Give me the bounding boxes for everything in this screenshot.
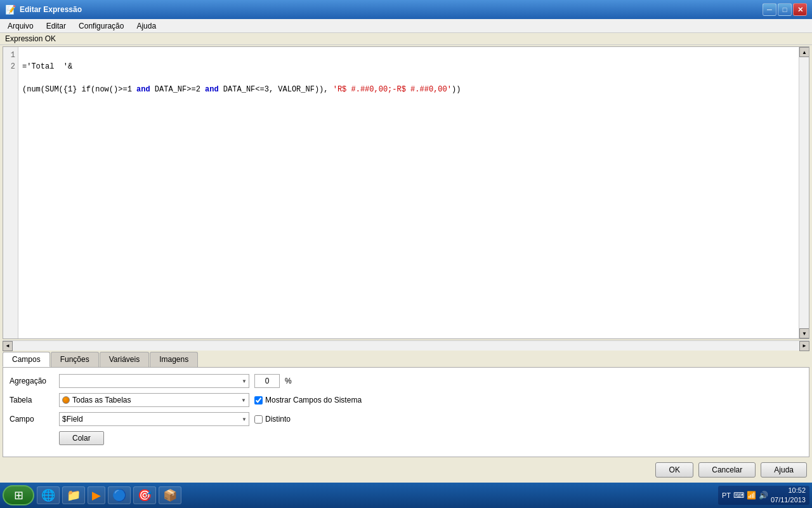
tab-imagens[interactable]: Imagens: [150, 352, 198, 367]
taskbar-ie[interactable]: 🌐: [37, 486, 60, 504]
tabela-radio-dot: [62, 396, 70, 404]
distinto-text: Distinto: [265, 415, 291, 424]
network-icon: 📶: [747, 491, 756, 500]
scroll-up-arrow[interactable]: ▲: [799, 47, 809, 57]
sys-tray: PT ⌨ 📶 🔊 10:52 07/11/2013: [718, 486, 809, 505]
scroll-down-arrow[interactable]: ▼: [799, 328, 809, 338]
title-bar: 📝 Editar Expressão ─ □ ✕: [0, 0, 812, 19]
taskbar-left: ⊞ 🌐 📁 ▶ 🔵 🎯 📦: [3, 485, 181, 505]
percent-input[interactable]: [254, 374, 280, 388]
cancelar-button[interactable]: Cancelar: [698, 462, 756, 478]
window-title: Editar Expressão: [20, 5, 82, 14]
volume-icon: 🔊: [759, 491, 768, 500]
tab-content-campos: Agregação % Tabela Todas as Tabelas ▼: [3, 367, 809, 457]
distinto-label[interactable]: Distinto: [254, 415, 291, 424]
line-num-1: 1: [6, 50, 15, 61]
tabela-row: Tabela Todas as Tabelas ▼ Mostrar Campos…: [10, 393, 802, 407]
scroll-track: [799, 57, 809, 328]
clock-date: 07/11/2013: [771, 495, 806, 505]
status-bar: Expression OK: [0, 33, 812, 45]
windows-logo: ⊞: [14, 488, 23, 502]
agregacao-label: Agregação: [10, 377, 54, 385]
tab-campos[interactable]: Campos: [3, 352, 50, 367]
lang-indicator: PT: [722, 491, 731, 499]
taskbar-right: PT ⌨ 📶 🔊 10:52 07/11/2013: [718, 486, 809, 505]
taskbar-explorer[interactable]: 📁: [62, 486, 85, 504]
colar-row: Colar: [59, 431, 802, 445]
distinto-checkbox[interactable]: [254, 415, 263, 424]
horizontal-scrollbar[interactable]: ◄ ►: [3, 340, 809, 351]
chrome-icon: 🔵: [112, 488, 126, 502]
explorer-icon: 📁: [67, 488, 81, 502]
title-bar-controls: ─ □ ✕: [763, 3, 807, 16]
clock: 10:52 07/11/2013: [771, 486, 806, 505]
mostrar-campos-checkbox[interactable]: [254, 396, 263, 404]
media-icon: ▶: [92, 488, 101, 502]
target-icon: 🎯: [138, 488, 152, 502]
tabs-section: Campos Funções Variáveis Imagens Agregaç…: [3, 352, 809, 457]
editor-scrollbar[interactable]: ▲ ▼: [799, 47, 809, 338]
expression-status: Expression OK: [5, 34, 56, 43]
app6-icon: 📦: [163, 488, 177, 502]
ajuda-button[interactable]: Ajuda: [761, 462, 807, 478]
taskbar-chrome[interactable]: 🔵: [108, 486, 131, 504]
menu-bar: Arquivo Editar Configuração Ajuda: [0, 19, 812, 33]
line-num-2: 2: [6, 61, 15, 72]
menu-configuracao[interactable]: Configuração: [74, 20, 129, 32]
tab-funcoes[interactable]: Funções: [51, 352, 99, 367]
close-button[interactable]: ✕: [793, 3, 807, 16]
code-editor[interactable]: ='Total '& (num(SUM({1} if(now()>=1 and …: [18, 47, 799, 338]
tabela-label: Tabela: [10, 396, 54, 404]
editor-area[interactable]: 1 2 ='Total '& (num(SUM({1} if(now()>=1 …: [3, 46, 809, 339]
tabela-value-text: Todas as Tabelas: [72, 396, 241, 404]
maximize-button[interactable]: □: [778, 3, 792, 16]
start-button[interactable]: ⊞: [3, 485, 34, 505]
menu-editar[interactable]: Editar: [41, 20, 71, 32]
scroll-left-arrow[interactable]: ◄: [3, 341, 13, 351]
agregacao-select-wrapper: [59, 374, 249, 388]
taskbar-app6[interactable]: 📦: [159, 486, 181, 504]
ie-icon: 🌐: [41, 488, 55, 502]
minimize-button[interactable]: ─: [763, 3, 776, 16]
mostrar-campos-text: Mostrar Campos do Sistema: [265, 396, 362, 404]
colar-button[interactable]: Colar: [59, 431, 104, 445]
agregacao-row: Agregação %: [10, 374, 802, 388]
taskbar-media[interactable]: ▶: [88, 486, 105, 504]
menu-arquivo[interactable]: Arquivo: [3, 20, 39, 32]
code-line-1: ='Total '&: [22, 61, 795, 72]
keyboard-icon: ⌨: [733, 491, 744, 500]
tabela-select-container[interactable]: Todas as Tabelas ▼: [59, 393, 249, 407]
campo-select[interactable]: $Field: [59, 412, 249, 426]
campo-label: Campo: [10, 415, 54, 424]
code-line-2: (num(SUM({1} if(now()>=1 and DATA_NF>=2 …: [22, 84, 795, 95]
title-bar-left: 📝 Editar Expressão: [5, 4, 82, 15]
app-icon: 📝: [5, 4, 16, 15]
taskbar: ⊞ 🌐 📁 ▶ 🔵 🎯 📦 PT ⌨ 📶 🔊 10:52: [0, 483, 812, 508]
tab-variaveis[interactable]: Variáveis: [100, 352, 149, 367]
bottom-buttons: OK Cancelar Ajuda: [0, 457, 812, 483]
tab-bar: Campos Funções Variáveis Imagens: [3, 352, 809, 367]
ok-button[interactable]: OK: [655, 462, 693, 478]
mostrar-campos-label[interactable]: Mostrar Campos do Sistema: [254, 396, 362, 404]
clock-time: 10:52: [771, 486, 806, 495]
percent-suffix: %: [285, 377, 292, 385]
taskbar-target[interactable]: 🎯: [133, 486, 156, 504]
agregacao-select[interactable]: [59, 374, 249, 388]
line-numbers: 1 2: [3, 47, 18, 338]
main-window: Expression OK 1 2 ='Total '& (num(SUM({1…: [0, 33, 812, 483]
tabela-dropdown-arrow: ▼: [241, 398, 246, 403]
campo-select-wrapper: $Field: [59, 412, 249, 426]
scroll-right-arrow[interactable]: ►: [799, 341, 809, 351]
campo-row: Campo $Field Distinto: [10, 412, 802, 426]
menu-ajuda[interactable]: Ajuda: [131, 20, 161, 32]
